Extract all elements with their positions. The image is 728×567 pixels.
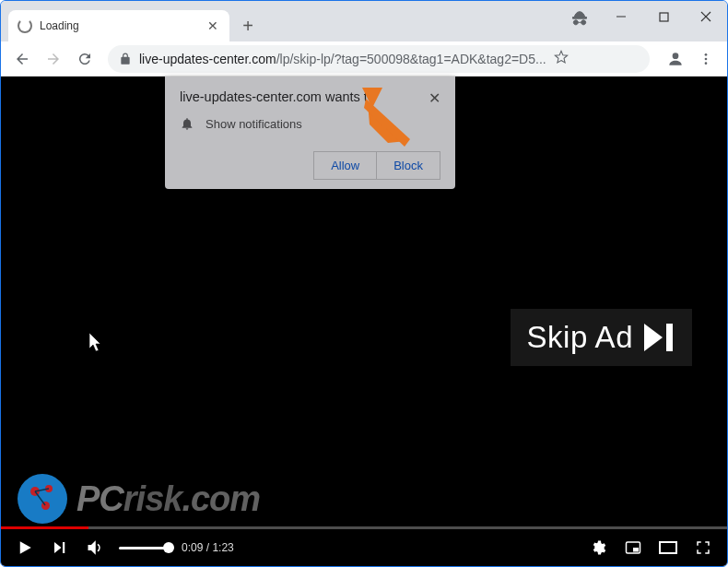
watermark-text: PCrisk.com <box>76 479 260 519</box>
watermark: PCrisk.com <box>18 474 260 524</box>
svg-rect-1 <box>660 13 668 21</box>
lock-icon <box>119 53 132 65</box>
back-button[interactable] <box>8 45 36 73</box>
notification-prompt-title: live-updates-center.com wants to <box>180 89 375 104</box>
skip-next-icon <box>644 324 675 351</box>
incognito-icon <box>570 10 589 27</box>
svg-rect-12 <box>666 324 673 351</box>
volume-slider[interactable] <box>119 547 169 549</box>
miniplayer-button[interactable] <box>622 537 644 559</box>
minimize-button[interactable] <box>600 2 642 31</box>
svg-rect-17 <box>63 542 65 553</box>
duration: 1:23 <box>212 541 233 554</box>
window-close-button[interactable] <box>685 2 727 31</box>
bookmark-star-icon[interactable] <box>554 50 569 68</box>
block-button[interactable]: Block <box>376 151 440 180</box>
video-time-display: 0:09 / 1:23 <box>182 541 234 554</box>
reload-button[interactable] <box>71 45 99 73</box>
menu-button[interactable] <box>692 45 720 73</box>
mouse-cursor-icon <box>89 333 104 357</box>
theater-mode-button[interactable] <box>657 537 679 559</box>
svg-rect-20 <box>660 542 676 553</box>
skip-ad-button[interactable]: Skip Ad <box>511 309 692 366</box>
play-button[interactable] <box>14 537 36 559</box>
notification-prompt-body: Show notifications <box>205 117 302 131</box>
tab-close-button[interactable]: ✕ <box>205 18 220 33</box>
loading-spinner-icon <box>18 18 32 33</box>
url-text: live-updates-center.com/lp/skip-lp/?tag=… <box>139 52 546 66</box>
url-domain: live-updates-center.com <box>139 52 276 66</box>
allow-button[interactable]: Allow <box>313 151 376 180</box>
url-path: /lp/skip-lp/?tag=500098&tag1=ADK&tag2=D5… <box>276 52 546 66</box>
fullscreen-button[interactable] <box>692 537 714 559</box>
skip-ad-label: Skip Ad <box>527 320 633 355</box>
notification-permission-prompt: live-updates-center.com wants to ✕ Show … <box>165 77 455 189</box>
browser-window: Loading ✕ + <box>0 0 728 567</box>
svg-rect-19 <box>633 548 639 552</box>
browser-tab[interactable]: Loading ✕ <box>8 10 229 41</box>
svg-point-4 <box>673 53 679 59</box>
bell-icon <box>180 116 194 131</box>
notification-close-button[interactable]: ✕ <box>429 89 440 107</box>
profile-button[interactable] <box>663 46 688 72</box>
svg-marker-16 <box>54 542 62 553</box>
svg-marker-11 <box>644 324 663 351</box>
svg-point-6 <box>705 57 708 60</box>
volume-button[interactable] <box>84 537 106 559</box>
video-player-controls: 0:09 / 1:23 <box>1 529 727 566</box>
address-bar[interactable]: live-updates-center.com/lp/skip-lp/?tag=… <box>108 45 650 73</box>
settings-button[interactable] <box>587 537 609 559</box>
watermark-badge-icon <box>18 474 67 524</box>
forward-button[interactable] <box>40 45 67 73</box>
title-bar: Loading ✕ + <box>1 1 727 41</box>
svg-marker-15 <box>20 541 31 554</box>
svg-line-13 <box>35 489 49 491</box>
page-content: live-updates-center.com wants to ✕ Show … <box>1 77 727 566</box>
svg-line-14 <box>35 491 45 505</box>
svg-point-5 <box>705 53 708 56</box>
maximize-button[interactable] <box>642 2 685 31</box>
svg-point-7 <box>705 62 708 65</box>
window-controls <box>600 1 727 32</box>
tab-title: Loading <box>40 19 198 32</box>
next-button[interactable] <box>49 537 71 559</box>
volume-thumb[interactable] <box>163 542 174 553</box>
new-tab-button[interactable]: + <box>235 13 261 39</box>
browser-toolbar: live-updates-center.com/lp/skip-lp/?tag=… <box>1 41 727 77</box>
current-time: 0:09 <box>182 541 203 554</box>
